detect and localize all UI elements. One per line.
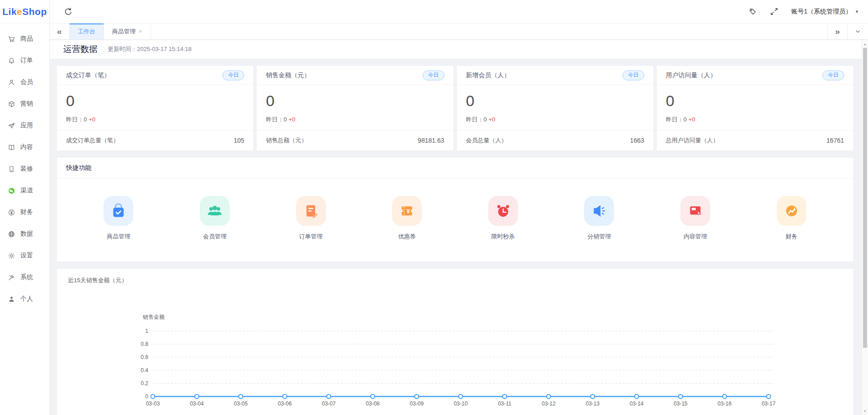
coupon-icon: ¥ [392, 196, 422, 226]
card-title: 新增会员（人） [466, 71, 510, 79]
fullscreen-icon[interactable] [770, 7, 778, 16]
card-title: 成交订单（笔） [66, 71, 110, 79]
today-badge: 今日 [822, 70, 844, 80]
yesterday-label: 昨日： [466, 116, 484, 123]
svg-text:03-14: 03-14 [630, 401, 644, 407]
card-value: 0 [466, 92, 644, 110]
yesterday-label: 昨日： [666, 116, 684, 123]
svg-text:03-17: 03-17 [762, 401, 776, 407]
yesterday-delta: +0 [288, 116, 295, 123]
user-icon [8, 79, 15, 86]
svg-text:03-06: 03-06 [278, 401, 292, 407]
sidebar-item-营销[interactable]: 营销 [0, 93, 49, 115]
page-title: 运营数据 [63, 43, 98, 55]
quick-function-label: 商品管理 [107, 233, 130, 241]
svg-text:1: 1 [145, 328, 148, 334]
update-time: 更新时间：2025-03-17 15:14:18 [108, 45, 192, 53]
sales-chart-panel: 近15天销售金额（元） 销售金额00.20.40.60.8103-0303-04… [57, 269, 853, 415]
total-label: 成交订单总量（笔） [66, 136, 119, 145]
scroll-up-arrow[interactable]: ▲ [862, 41, 868, 47]
svg-text:03-15: 03-15 [674, 401, 688, 407]
sidebar-item-订单[interactable]: 订单 [0, 50, 49, 71]
sidebar-item-财务[interactable]: 财务 [0, 201, 49, 223]
sidebar-item-内容[interactable]: 内容 [0, 136, 49, 158]
close-icon[interactable]: × [139, 28, 142, 35]
tabs-menu-button[interactable] [847, 23, 868, 39]
quick-functions-title: 快捷功能 [57, 158, 853, 179]
tabs: 工作台商品管理× [70, 23, 151, 39]
today-badge: 今日 [623, 70, 644, 80]
sales-line-chart: 销售金额00.20.40.60.8103-0303-0403-0503-0603… [57, 284, 853, 415]
sidebar-item-label: 订单 [20, 56, 33, 65]
cart-icon [8, 35, 15, 43]
quick-function-label: 内容管理 [684, 233, 707, 241]
logo-text: Lik [2, 6, 17, 17]
sidebar-item-数据[interactable]: 数据 [0, 223, 49, 245]
svg-text:0.4: 0.4 [141, 367, 148, 373]
yen-circle-icon [8, 209, 15, 216]
svg-text:03-10: 03-10 [454, 401, 468, 407]
goods-bag-icon [104, 196, 133, 226]
finance-icon [777, 196, 807, 226]
svg-text:03-07: 03-07 [322, 401, 336, 407]
quick-function-label: 会员管理 [203, 233, 226, 241]
tag-icon[interactable] [749, 7, 757, 16]
content-icon [680, 196, 710, 226]
chart-title: 近15天销售金额（元） [57, 269, 853, 284]
total-value: 105 [234, 137, 244, 144]
card-value: 0 [666, 92, 844, 110]
yesterday-delta: +0 [489, 116, 495, 123]
tab-工作台[interactable]: 工作台 [70, 23, 104, 39]
mobile-icon [8, 165, 15, 173]
yesterday-row: 昨日：0+0 [266, 116, 444, 124]
card-title: 销售金额（元） [266, 71, 310, 79]
alarm-icon [488, 196, 518, 226]
quick-function-label: 订单管理 [299, 233, 323, 241]
sidebar-item-应用[interactable]: 应用 [0, 115, 49, 136]
yesterday-row: 昨日：0+0 [466, 116, 644, 124]
quick-function-优惠券[interactable]: ¥优惠券 [359, 196, 455, 241]
tab-商品管理[interactable]: 商品管理× [104, 23, 151, 39]
stat-cards-row: 成交订单（笔）今日0昨日：0+0成交订单总量（笔）105销售金额（元）今日0昨日… [57, 66, 853, 150]
quick-function-商品管理[interactable]: 商品管理 [71, 196, 167, 241]
stat-card-成交订单（笔）: 成交订单（笔）今日0昨日：0+0成交订单总量（笔）105 [57, 66, 253, 150]
total-label: 销售总额（元） [266, 136, 307, 145]
account-dropdown[interactable]: 账号1（系统管理员） ▼ [791, 8, 859, 16]
svg-text:0.6: 0.6 [141, 354, 148, 360]
sidebar-item-系统[interactable]: 系统 [0, 266, 49, 288]
quick-function-内容管理[interactable]: 内容管理 [647, 196, 744, 241]
yesterday-value: 0 [84, 116, 87, 123]
sidebar-item-渠道[interactable]: 渠道 [0, 180, 49, 201]
sidebar-item-装修[interactable]: 装修 [0, 158, 49, 180]
yesterday-row: 昨日：0+0 [666, 116, 844, 124]
paper-plane-icon [8, 122, 15, 130]
tabs-expand-button[interactable]: » [827, 23, 847, 39]
vertical-scrollbar: ▲ ▼ [862, 40, 868, 415]
sidebar-item-label: 系统 [20, 273, 33, 281]
quick-function-限时秒杀[interactable]: 限时秒杀 [455, 196, 552, 241]
quick-function-财务[interactable]: 财务 [743, 196, 840, 241]
yesterday-value: 0 [484, 116, 487, 123]
quick-function-分销管理[interactable]: 分销管理 [551, 196, 647, 241]
header-actions: 账号1（系统管理员） ▼ [749, 7, 868, 16]
sidebar-item-label: 会员 [20, 78, 33, 86]
person-icon [8, 295, 15, 303]
yesterday-label: 昨日： [66, 116, 84, 123]
overview-header: 运营数据 更新时间：2025-03-17 15:14:18 [50, 40, 868, 59]
svg-text:03-05: 03-05 [234, 401, 248, 407]
sidebar-item-会员[interactable]: 会员 [0, 71, 49, 93]
quick-function-会员管理[interactable]: 会员管理 [167, 196, 263, 241]
sidebar-item-设置[interactable]: 设置 [0, 245, 49, 266]
quick-function-订单管理[interactable]: 订单管理 [263, 196, 359, 241]
sidebar-item-个人[interactable]: 个人 [0, 288, 49, 310]
yesterday-value: 0 [684, 116, 687, 123]
stat-card-销售金额（元）: 销售金额（元）今日0昨日：0+0销售总额（元）98181.63 [257, 66, 453, 150]
stat-card-新增会员（人）: 新增会员（人）今日0昨日：0+0会员总量（人）1663 [457, 66, 653, 150]
refresh-icon[interactable] [63, 7, 73, 17]
sidebar-item-商品[interactable]: 商品 [0, 28, 49, 50]
svg-text:03-09: 03-09 [410, 401, 424, 407]
scrollbar-thumb[interactable] [863, 48, 867, 348]
tabs-collapse-button[interactable]: « [50, 23, 70, 39]
scroll-down-arrow[interactable]: ▼ [862, 408, 868, 414]
quick-function-label: 优惠券 [398, 233, 416, 241]
